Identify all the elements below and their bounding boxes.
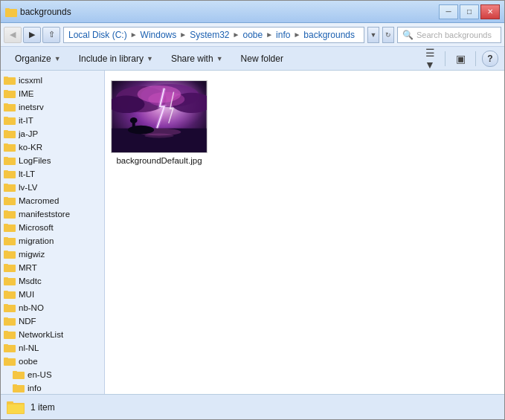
thumbnail-image xyxy=(112,81,207,152)
svg-rect-50 xyxy=(13,384,17,387)
svg-rect-14 xyxy=(4,143,8,146)
folder-list: icsxml IME inetsrv it-IT ja-JP xyxy=(1,71,104,394)
sidebar-item-inetsrv[interactable]: inetsrv xyxy=(1,100,104,114)
svg-rect-4 xyxy=(4,77,8,79)
organize-button[interactable]: Organize ▼ xyxy=(7,50,69,68)
svg-rect-72 xyxy=(7,404,24,413)
share-with-chevron-icon: ▼ xyxy=(216,55,223,62)
folder-icon xyxy=(4,115,16,126)
sidebar-item-lt-lt[interactable]: lt-LT xyxy=(1,167,104,181)
address-bar: ◀ ▶ ⇧ Local Disk (C:) ► Windows ► System… xyxy=(1,23,504,47)
sidebar-item-manifeststore[interactable]: manifeststore xyxy=(1,207,104,221)
folder-icon xyxy=(4,329,16,340)
folder-icon xyxy=(13,369,25,380)
svg-rect-42 xyxy=(4,331,8,333)
folder-icon xyxy=(4,343,16,353)
sidebar-item-oobe[interactable]: oobe xyxy=(1,355,104,368)
svg-rect-8 xyxy=(4,103,8,106)
path-refresh[interactable]: ↻ xyxy=(382,27,394,43)
sidebar-item-it-it[interactable]: it-IT xyxy=(1,114,104,127)
sidebar-item-en-us[interactable]: en-US xyxy=(1,368,104,381)
path-local-disk[interactable]: Local Disk (C:) xyxy=(68,30,127,40)
organize-chevron-icon: ▼ xyxy=(54,55,61,62)
svg-rect-18 xyxy=(4,170,8,172)
sidebar-item-info[interactable]: info xyxy=(1,381,104,394)
sidebar-item-microsoft[interactable]: Microsoft xyxy=(1,221,104,234)
path-sep-1: ► xyxy=(130,30,138,39)
toolbar: Organize ▼ Include in library ▼ Share wi… xyxy=(1,47,504,71)
view-options-button[interactable]: ☰ ▼ xyxy=(421,51,439,67)
svg-point-63 xyxy=(148,92,184,107)
include-library-button[interactable]: Include in library ▼ xyxy=(71,50,161,68)
sidebar-item-ndf[interactable]: NDF xyxy=(1,314,104,328)
forward-button[interactable]: ▶ xyxy=(23,27,41,43)
folder-icon xyxy=(4,222,16,233)
sidebar-item-ko-kr[interactable]: ko-KR xyxy=(1,140,104,154)
svg-rect-2 xyxy=(6,10,16,16)
sidebar: icsxml IME inetsrv it-IT ja-JP xyxy=(1,71,105,394)
svg-rect-32 xyxy=(4,264,8,266)
back-button[interactable]: ◀ xyxy=(4,27,22,43)
path-sep-3: ► xyxy=(233,30,240,39)
sidebar-item-nb-no[interactable]: nb-NO xyxy=(1,301,104,314)
folder-icon xyxy=(13,383,25,393)
svg-rect-28 xyxy=(4,237,8,239)
preview-pane-button[interactable]: ▣ xyxy=(451,51,469,67)
title-buttons: ─ □ ✕ xyxy=(439,4,500,19)
sidebar-item-ja-jp[interactable]: ja-JP xyxy=(1,127,104,140)
folder-icon xyxy=(4,155,16,166)
folder-icon xyxy=(4,169,16,179)
folder-icon xyxy=(4,142,16,152)
path-system32[interactable]: System32 xyxy=(190,30,229,40)
sidebar-item-ime[interactable]: IME xyxy=(1,87,104,100)
up-button[interactable]: ⇧ xyxy=(42,27,60,43)
file-thumbnail xyxy=(111,80,208,153)
svg-rect-34 xyxy=(4,277,8,280)
sidebar-item-mui[interactable]: MUI xyxy=(1,288,104,301)
sidebar-item-macromed[interactable]: Macromed xyxy=(1,194,104,207)
status-folder-icon xyxy=(7,398,25,416)
toolbar-right: ☰ ▼ ▣ ? xyxy=(421,51,498,67)
sidebar-item-lv-lv[interactable]: lv-LV xyxy=(1,181,104,194)
title-bar-left: backgrounds xyxy=(5,6,439,18)
sidebar-item-icsxml[interactable]: icsxml xyxy=(1,74,104,87)
help-button[interactable]: ? xyxy=(482,51,498,67)
sidebar-item-mrt[interactable]: MRT xyxy=(1,261,104,274)
svg-point-66 xyxy=(144,134,173,138)
maximize-button[interactable]: □ xyxy=(460,4,479,19)
sidebar-item-msdtc[interactable]: Msdtc xyxy=(1,274,104,288)
sidebar-item-nl-nl[interactable]: nl-NL xyxy=(1,341,104,355)
svg-rect-22 xyxy=(4,197,8,199)
path-backgrounds[interactable]: backgrounds xyxy=(303,30,355,40)
main-area: icsxml IME inetsrv it-IT ja-JP xyxy=(1,71,504,394)
path-windows[interactable]: Windows xyxy=(141,30,177,40)
share-with-button[interactable]: Share with ▼ xyxy=(163,50,231,68)
new-folder-button[interactable]: New folder xyxy=(233,50,292,68)
path-info[interactable]: info xyxy=(276,30,290,40)
status-text: 1 item xyxy=(30,402,55,413)
search-box[interactable]: 🔍 Search backgrounds xyxy=(397,27,501,43)
file-item-backgrounddefault[interactable]: backgroundDefault.jpg xyxy=(111,77,208,169)
folder-icon xyxy=(4,303,16,313)
sidebar-item-networklist[interactable]: NetworkList xyxy=(1,328,104,341)
folder-icon xyxy=(4,276,16,286)
nav-buttons: ◀ ▶ ⇧ xyxy=(4,27,60,43)
file-label: backgroundDefault.jpg xyxy=(116,156,202,165)
minimize-button[interactable]: ─ xyxy=(439,4,458,19)
close-button[interactable]: ✕ xyxy=(480,4,500,19)
sidebar-item-logfiles[interactable]: LogFiles xyxy=(1,154,104,167)
svg-rect-48 xyxy=(13,371,17,373)
sidebar-item-migwiz[interactable]: migwiz xyxy=(1,248,104,261)
sidebar-item-migration[interactable]: migration xyxy=(1,234,104,248)
file-grid: backgroundDefault.jpg xyxy=(111,77,498,169)
svg-rect-44 xyxy=(4,344,8,346)
svg-rect-36 xyxy=(4,291,8,293)
folder-icon xyxy=(4,209,16,219)
folder-icon xyxy=(4,289,16,300)
path-dropdown-arrow[interactable]: ▼ xyxy=(367,27,379,43)
path-oobe[interactable]: oobe xyxy=(242,30,263,40)
folder-icon xyxy=(4,356,16,366)
toolbar-separator xyxy=(445,51,446,66)
address-path[interactable]: Local Disk (C:) ► Windows ► System32 ► o… xyxy=(63,27,364,43)
svg-rect-20 xyxy=(4,184,8,186)
